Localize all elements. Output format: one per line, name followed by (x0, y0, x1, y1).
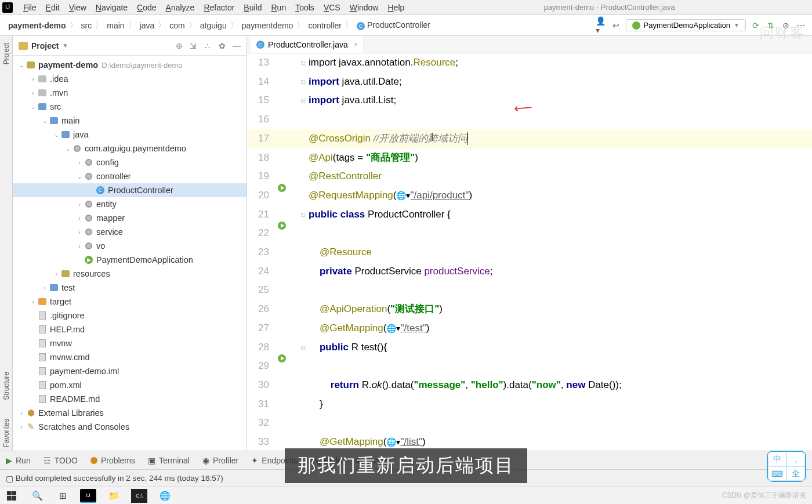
tree-item-controller[interactable]: ⌄controller (13, 169, 246, 183)
code-line-19[interactable]: 19@RestController (247, 167, 812, 186)
back-icon[interactable]: ↩ (611, 20, 621, 31)
menu-view[interactable]: View (64, 3, 91, 12)
tree-item-help-md[interactable]: HELP.md (13, 322, 246, 336)
tree-item-target[interactable]: ›target (13, 295, 246, 309)
side-tab-project[interactable]: Project (2, 39, 10, 68)
tree-item-test[interactable]: ›test (13, 281, 246, 295)
code-line-31[interactable]: 31 } (247, 395, 812, 414)
tree-item--mvn[interactable]: ›.mvn (13, 86, 246, 100)
tree-item-main[interactable]: ⌄main (13, 114, 246, 128)
locate-icon[interactable]: ⊕ (176, 41, 183, 50)
tree-item--gitignore[interactable]: .gitignore (13, 309, 246, 322)
menu-build[interactable]: Build (239, 3, 266, 12)
tree-item-paymentdemoapplication[interactable]: ▶PaymentDemoApplication (13, 253, 246, 267)
tw-profiler[interactable]: ◉Profiler (202, 456, 238, 465)
tree-item-service[interactable]: ›service (13, 225, 246, 239)
tree-item-entity[interactable]: ›entity (13, 197, 246, 211)
tree-item-resources[interactable]: ›resources (13, 267, 246, 281)
menu-tools[interactable]: Tools (291, 3, 319, 12)
tree-item-mapper[interactable]: ›mapper (13, 211, 246, 225)
tree-item--idea[interactable]: ›.idea (13, 72, 246, 86)
project-header-label[interactable]: Project (31, 41, 59, 50)
tw-todo[interactable]: ☲TODO (44, 456, 78, 465)
breadcrumb[interactable]: payment-demo〉src〉main〉java〉com〉atguigu〉p… (6, 20, 433, 31)
crumb-src[interactable]: src (79, 21, 95, 30)
code-line-24[interactable]: 24 private ProductService productService… (247, 262, 812, 281)
menu-file[interactable]: File (19, 3, 41, 12)
crumb-java[interactable]: java (137, 21, 157, 30)
crumb-main[interactable]: main (104, 21, 126, 30)
settings-icon[interactable]: ✿ (219, 41, 226, 50)
start-button[interactable] (3, 489, 20, 503)
code-line-28[interactable]: 28⊟ public R test(){ (247, 338, 812, 357)
menu-vcs[interactable]: VCS (319, 3, 345, 12)
menu-help[interactable]: Help (383, 3, 409, 12)
code-line-32[interactable]: 32 (247, 414, 812, 433)
project-view-dropdown-icon[interactable]: ▼ (62, 42, 68, 49)
task-view-icon[interactable]: ⊞ (55, 489, 71, 503)
code-line-23[interactable]: 23 @Resource (247, 243, 812, 262)
code-line-29[interactable]: 29 (247, 357, 812, 376)
menu-edit[interactable]: Edit (41, 3, 64, 12)
code-editor[interactable]: ⟵ I 13⊟import javax.annotation.Resource;… (247, 53, 812, 451)
tree-item-payment-demo-iml[interactable]: payment-demo.iml (13, 364, 246, 378)
collapse-icon[interactable]: ⛬ (204, 41, 212, 50)
tw-run[interactable]: ▶Run (6, 456, 31, 465)
left-side-tabs: Project Structure Favorites (0, 36, 13, 451)
tree-item-scratches-and-consoles[interactable]: ›✎Scratches and Consoles (13, 420, 246, 434)
tree-item-pom-xml[interactable]: pom.xml (13, 378, 246, 392)
add-user-icon[interactable]: 👤▾ (596, 20, 606, 31)
code-line-20[interactable]: 20@RequestMapping(🌐▾"/api/product") (247, 186, 812, 205)
expand-icon[interactable]: ⇲ (190, 41, 197, 50)
tree-item-readme-md[interactable]: README.md (13, 392, 246, 406)
side-tab-structure[interactable]: Structure (2, 368, 10, 404)
tree-item-mvnw[interactable]: mvnw (13, 336, 246, 350)
tree-item-java[interactable]: ⌄java (13, 128, 246, 142)
code-line-27[interactable]: 27 @GetMapping(🌐▾"/test") (247, 319, 812, 338)
cmd-taskbar-icon[interactable]: C:\ (131, 489, 147, 503)
code-line-13[interactable]: 13⊟import javax.annotation.Resource; (247, 53, 812, 72)
menu-run[interactable]: Run (266, 3, 291, 12)
intellij-taskbar-icon[interactable]: IJ (80, 489, 96, 503)
crumb-ProductController[interactable]: CProductController (354, 20, 433, 30)
crumb-payment-demo[interactable]: payment-demo (6, 21, 68, 30)
menu-navigate[interactable]: Navigate (91, 3, 132, 12)
tree-item-config[interactable]: ›config (13, 155, 246, 169)
code-line-22[interactable]: 22 (247, 224, 812, 243)
tree-item-productcontroller[interactable]: CProductController (13, 183, 246, 197)
tree-item-com-atguigu-paymentdemo[interactable]: ⌄com.atguigu.paymentdemo (13, 142, 246, 155)
chrome-taskbar-icon[interactable]: 🌐 (157, 489, 173, 503)
search-icon[interactable]: 🔍 (29, 489, 45, 503)
side-tab-favorites[interactable]: Favorites (2, 415, 10, 451)
code-line-14[interactable]: 14⊟import java.util.Date; (247, 72, 812, 92)
explorer-taskbar-icon[interactable]: 📁 (106, 489, 122, 503)
crumb-com[interactable]: com (167, 21, 187, 30)
tree-item--b-payment-demo-b-[interactable]: ⌄payment-demoD:\demo\payment-demo (13, 58, 246, 72)
code-line-26[interactable]: 26 @ApiOperation("测试接口") (247, 300, 812, 319)
editor-tab[interactable]: C ProductController.java × (251, 36, 364, 53)
hide-icon[interactable]: — (233, 41, 241, 50)
code-line-21[interactable]: 21⊟public class ProductController { (247, 205, 812, 224)
menu-analyze[interactable]: Analyze (161, 3, 200, 12)
tree-item-src[interactable]: ⌄src (13, 100, 246, 114)
ime-indicator[interactable]: 中,⌨全 (767, 451, 806, 482)
menu-code[interactable]: Code (132, 3, 161, 12)
close-tab-icon[interactable]: × (354, 40, 358, 49)
menu-refactor[interactable]: Refactor (199, 3, 239, 12)
tree-item-external-libraries[interactable]: ›⬢External Libraries (13, 406, 246, 420)
code-line-17[interactable]: 17@CrossOrigin //开放前端的跨域访问 (247, 129, 812, 148)
tree-item-mvnw-cmd[interactable]: mvnw.cmd (13, 350, 246, 364)
crumb-atguigu[interactable]: atguigu (198, 21, 229, 30)
code-line-30[interactable]: 30 return R.ok().data("message", "hello"… (247, 376, 812, 395)
status-indicator-icon: ▢ (6, 474, 13, 483)
tw-problems[interactable]: Problems (90, 456, 135, 465)
crumb-paymentdemo[interactable]: paymentdemo (240, 21, 296, 30)
menu-window[interactable]: Window (345, 3, 383, 12)
tw-terminal[interactable]: ▣Terminal (148, 456, 190, 465)
tree-item-vo[interactable]: ›vo (13, 239, 246, 253)
run-configuration-selector[interactable]: PaymentDemoApplication ▼ (626, 19, 746, 31)
project-tree[interactable]: ⌄payment-demoD:\demo\payment-demo›.idea›… (13, 56, 246, 451)
crumb-controller[interactable]: controller (306, 21, 344, 30)
code-line-18[interactable]: 18@Api(tags = "商品管理") (247, 148, 812, 168)
code-line-25[interactable]: 25 (247, 281, 812, 300)
